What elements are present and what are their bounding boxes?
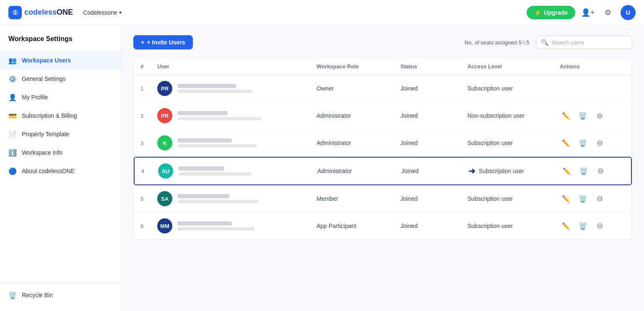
user-name-bar — [177, 221, 232, 225]
gear-icon: ⚙ — [605, 8, 611, 17]
delete-button[interactable]: 🗑️ — [576, 109, 589, 122]
remove-button[interactable]: ⊖ — [594, 165, 607, 177]
lightning-icon: ⚡ — [534, 9, 541, 16]
edit-button[interactable]: ✏️ — [561, 165, 573, 177]
nav-right: ⚡ Upgrade 👤+ ⚙ U — [527, 5, 636, 20]
sidebar-title: Workspace Settings — [0, 35, 121, 51]
table-row: 2 PR Administrator Joined Non-subscripti… — [134, 102, 632, 130]
user-name-bar — [178, 166, 224, 171]
sidebar-item-label: General Settings — [22, 75, 65, 82]
plus-icon: + — [141, 39, 144, 46]
status: Joined — [400, 112, 467, 119]
logo[interactable]: ① codelessONE — [8, 6, 73, 19]
sidebar-item-about-codelessone[interactable]: 🔵 About codelessONE — [0, 162, 121, 180]
remove-button[interactable]: ⊖ — [593, 220, 606, 232]
recycle-bin-icon: 🗑️ — [8, 291, 17, 299]
user-email-bar — [177, 144, 257, 148]
delete-button[interactable]: 🗑️ — [576, 192, 589, 205]
app-layout: Workspace Settings 👥 Workspace Users ⚙️ … — [0, 25, 644, 311]
user-avatar-nav[interactable]: U — [621, 5, 636, 20]
user-avatar: AU — [158, 163, 173, 179]
sidebar-item-label: Workspace Users — [22, 57, 71, 64]
user-info — [178, 166, 252, 176]
sidebar-item-label: My Profile — [22, 94, 48, 101]
actions-cell: ✏️ 🗑️ ⊖ — [560, 220, 618, 232]
access-level: Subscription user — [467, 223, 560, 229]
main-content: + + Invite Users No. of seats assigned 5… — [122, 25, 644, 311]
edit-button[interactable]: ✏️ — [560, 137, 572, 149]
user-cell: MM — [157, 218, 317, 233]
table-row: 6 MM App Participant Joined Subscription… — [134, 213, 632, 239]
user-info — [177, 221, 255, 231]
sidebar-item-label: Property Template — [22, 131, 69, 137]
remove-button[interactable]: ⊖ — [593, 109, 606, 122]
property-template-icon: 📄 — [8, 130, 17, 138]
sidebar-item-label: Recycle Bin — [22, 292, 53, 298]
upgrade-button[interactable]: ⚡ Upgrade — [527, 6, 575, 19]
actions-cell: ✏️ 🗑️ ⊖ — [560, 192, 618, 205]
row-number: 2 — [140, 113, 157, 119]
col-number: # — [140, 63, 157, 70]
user-avatar: MM — [157, 218, 172, 233]
edit-button[interactable]: ✏️ — [560, 109, 572, 122]
access-level: Subscription user — [467, 195, 560, 202]
access-level-text: Subscription user — [467, 195, 513, 202]
general-settings-icon: ⚙️ — [8, 75, 17, 83]
user-cell: PR — [157, 81, 317, 96]
user-email-bar — [177, 117, 261, 120]
remove-button[interactable]: ⊖ — [593, 192, 606, 205]
sidebar-item-workspace-info[interactable]: ℹ️ Workspace Info — [0, 143, 121, 162]
table-row: 3 K Administrator Joined Subscription us… — [134, 130, 632, 157]
user-info — [177, 84, 253, 93]
status: Joined — [400, 140, 467, 146]
workspace-role: Administrator — [317, 112, 400, 119]
my-profile-icon: 👤 — [8, 93, 17, 101]
sidebar-item-label: Subscription & Billing — [22, 112, 77, 119]
add-user-icon-button[interactable]: 👤+ — [580, 5, 595, 20]
sidebar-item-label: Workspace Info — [22, 149, 62, 156]
sidebar-item-subscription-billing[interactable]: 💳 Subscription & Billing — [0, 106, 121, 125]
add-user-icon: 👤+ — [581, 8, 595, 17]
about-codelessone-icon: 🔵 — [8, 167, 17, 175]
edit-button[interactable]: ✏️ — [560, 220, 572, 232]
row-number: 3 — [140, 140, 157, 146]
col-access: Access Level — [467, 63, 560, 70]
user-cell: AU — [158, 163, 317, 179]
logo-icon: ① — [8, 6, 22, 19]
search-input[interactable] — [552, 39, 627, 46]
sidebar-item-recycle-bin[interactable]: 🗑️ Recycle Bin — [0, 286, 121, 304]
user-info — [177, 111, 261, 120]
settings-icon-button[interactable]: ⚙ — [600, 5, 615, 20]
table-row: 5 SA Member Joined Subscription user ✏️ … — [134, 185, 632, 213]
sidebar-item-my-profile[interactable]: 👤 My Profile — [0, 88, 121, 106]
workspace-selector[interactable]: Codelessone ▾ — [80, 8, 125, 18]
table-header: # User Workspace Role Status Access Leve… — [134, 58, 632, 75]
sidebar-item-workspace-users[interactable]: 👥 Workspace Users — [0, 51, 121, 70]
access-level-text: Subscription user — [467, 223, 513, 229]
invite-users-label: + Invite Users — [147, 39, 185, 46]
delete-button[interactable]: 🗑️ — [576, 220, 589, 232]
toolbar: + + Invite Users No. of seats assigned 5… — [133, 35, 632, 49]
arrow-icon: ➜ — [468, 166, 475, 176]
sidebar-item-label: About codelessONE — [22, 168, 75, 174]
status: Joined — [400, 195, 467, 202]
col-actions: Actions — [560, 63, 618, 70]
actions-cell: ✏️ 🗑️ ⊖ — [561, 165, 619, 177]
workspace-users-icon: 👥 — [8, 56, 17, 65]
logo-text: codelessONE — [24, 8, 73, 17]
row-number: 6 — [140, 223, 157, 229]
search-icon: 🔍 — [541, 39, 548, 46]
delete-button[interactable]: 🗑️ — [576, 137, 589, 149]
user-avatar: PR — [157, 81, 172, 96]
sidebar-item-general-settings[interactable]: ⚙️ General Settings — [0, 70, 121, 88]
invite-users-button[interactable]: + + Invite Users — [133, 35, 193, 49]
status: Joined — [400, 85, 467, 92]
col-status: Status — [400, 63, 467, 70]
delete-button[interactable]: 🗑️ — [577, 165, 590, 177]
user-avatar: K — [157, 135, 172, 150]
sidebar-item-property-template[interactable]: 📄 Property Template — [0, 125, 121, 143]
table-row: 1 PR Owner Joined Subscription user — [134, 75, 632, 102]
remove-button[interactable]: ⊖ — [593, 137, 606, 149]
subscription-billing-icon: 💳 — [8, 111, 17, 120]
edit-button[interactable]: ✏️ — [560, 192, 572, 205]
